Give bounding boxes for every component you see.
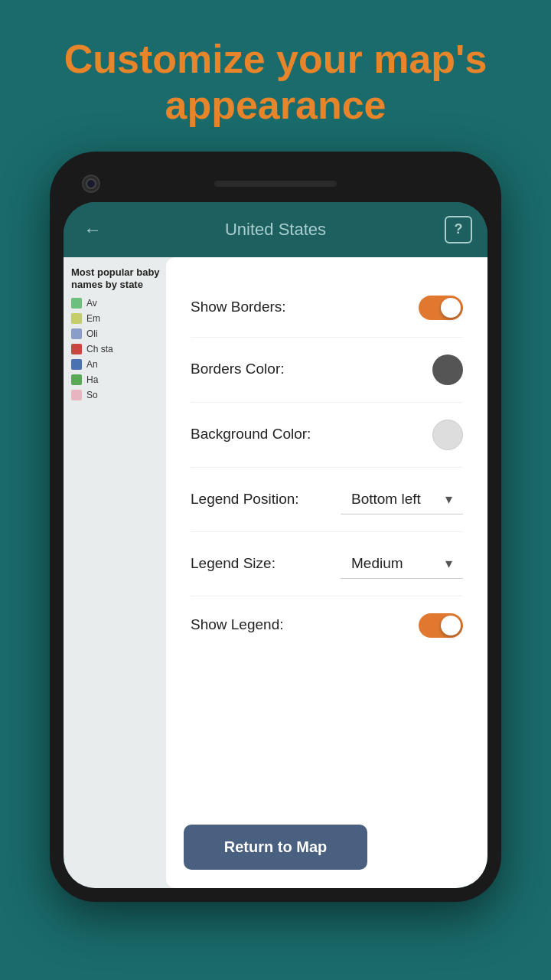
list-item: Av [71,298,178,309]
return-button-area: Return to Map [184,825,367,870]
legend-position-value: Bottom left [351,491,421,508]
list-item: An [71,359,178,370]
page-header: Customize your map's appearance [0,0,551,152]
show-legend-toggle[interactable] [419,613,463,638]
legend-position-row: Legend Position: Bottom left ▾ [191,468,463,532]
app-toolbar: ← United States ? [64,202,487,257]
legend-title: Most popular baby names by state [71,266,178,292]
legend-swatch [71,328,82,339]
toolbar-title: United States [225,220,326,240]
legend-item-label: Ch sta [86,344,113,354]
legend-swatch [71,344,82,354]
list-item: Ha [71,374,178,385]
legend-swatch [71,374,82,385]
borders-color-row: Borders Color: [191,338,463,403]
borders-color-picker[interactable] [432,354,463,385]
phone-screen: ← United States ? Most popular baby name… [64,202,487,888]
settings-modal: Show Borders: Borders Color: Background … [166,257,487,888]
toggle-thumb [441,298,461,318]
show-borders-toggle[interactable] [419,296,463,320]
chevron-down-icon: ▾ [445,555,452,572]
legend-position-label: Legend Position: [191,490,341,509]
legend-swatch [71,313,82,324]
legend-swatch [71,390,82,400]
map-area: Most popular baby names by state Av Em O… [64,257,487,888]
background-color-picker[interactable] [432,420,463,450]
legend-size-value: Medium [351,555,403,572]
legend-size-dropdown[interactable]: Medium ▾ [341,549,463,579]
toggle-thumb [441,616,461,635]
page-title: Customize your map's appearance [31,37,520,129]
background-color-label: Background Color: [191,425,432,444]
phone-speaker [214,181,337,187]
legend-item-label: Oli [86,328,98,339]
legend-item-label: So [86,390,98,400]
list-item: Ch sta [71,344,178,354]
legend-item-label: Ha [86,374,98,385]
show-borders-label: Show Borders: [191,298,419,317]
borders-color-label: Borders Color: [191,360,432,379]
list-item: So [71,390,178,400]
background-color-row: Background Color: [191,403,463,468]
show-borders-row: Show Borders: [191,279,463,338]
legend-size-label: Legend Size: [191,554,341,573]
show-legend-row: Show Legend: [191,596,463,655]
phone-top-bar [64,165,487,202]
legend-swatch [71,298,82,309]
list-item: Em [71,313,178,324]
legend-size-row: Legend Size: Medium ▾ [191,532,463,596]
phone-camera [82,175,100,193]
return-to-map-button[interactable]: Return to Map [184,825,367,870]
legend-item-label: Av [86,298,97,309]
legend-swatch [71,359,82,370]
chevron-down-icon: ▾ [445,491,452,508]
legend-item-label: Em [86,313,100,324]
legend-position-dropdown[interactable]: Bottom left ▾ [341,485,463,514]
legend-item-label: An [86,359,98,370]
back-button[interactable]: ← [79,216,106,243]
list-item: Oli [71,328,178,339]
phone-frame: ← United States ? Most popular baby name… [50,152,501,902]
show-legend-label: Show Legend: [191,616,419,635]
help-button[interactable]: ? [445,216,472,243]
